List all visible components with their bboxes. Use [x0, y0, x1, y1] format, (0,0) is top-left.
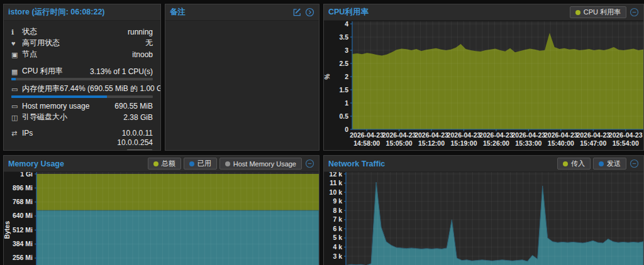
svg-text:2026-04-23: 2026-04-23 [576, 131, 610, 139]
memory-chart-legend: 总额 已用 Host Memory Usage [148, 158, 302, 170]
network-chart-panel: Network Traffic 传入 发送 [323, 155, 644, 265]
legend-label: 传入 [571, 159, 585, 168]
legend-dot [599, 161, 604, 166]
memory-chart-panel: Memory Usage 总额 已用 Host Memo [3, 155, 319, 265]
svg-text:4 k: 4 k [333, 243, 342, 251]
info-icon: ℹ [11, 28, 22, 36]
memory-icon: ▭ [11, 102, 22, 111]
top-row: istore (运行时间: 06:08:22) ℹ 状态 running ♥ 高… [3, 4, 644, 151]
svg-text:2.5: 2.5 [339, 60, 348, 67]
notes-panel-title: 备注 [170, 7, 186, 18]
status-value: running [128, 28, 153, 36]
cpu-usage-bar-fill [11, 78, 16, 80]
bootdisk-label: 引导磁盘大小 [22, 112, 67, 122]
status-row: ℹ 状态 running [11, 26, 153, 37]
host-memory-row: ▭ Host memory usage 690.55 MiB [11, 101, 153, 111]
cpu-usage-label: CPU 利用率 [22, 66, 63, 77]
svg-text:9 k: 9 k [333, 197, 342, 205]
legend-label: 发送 [607, 159, 621, 168]
svg-text:15:33:00: 15:33:00 [515, 139, 541, 147]
node-row: ▣ 节点 itnoob [11, 49, 153, 60]
cpu-chart-panel: CPU利用率 CPU 利用率 43.53 [323, 4, 644, 151]
svg-text:12 k: 12 k [330, 172, 343, 178]
network-chart-body: 12 k11 k10 k9 k8 k7 k6 k5 k4 k3 k [324, 172, 643, 265]
svg-text:640 Mi: 640 Mi [13, 212, 33, 219]
legend-label: Host Memory Usage [233, 160, 296, 168]
ha-row: ♥ 高可用状态 无 [11, 38, 153, 48]
svg-text:2026-04-23: 2026-04-23 [544, 131, 578, 139]
host-memory-label: Host memory usage [22, 102, 89, 111]
svg-text:15:05:00: 15:05:00 [386, 139, 413, 147]
bootdisk-value: 2.38 GiB [123, 113, 153, 122]
svg-text:2026-04-23: 2026-04-23 [414, 131, 448, 139]
svg-text:0: 0 [345, 126, 348, 133]
memory-chart-body: 1 Gi896 Mi768 Mi640 Mi512 Mi384 Mi256 Mi… [4, 172, 319, 265]
legend-label: 总额 [162, 159, 175, 168]
svg-text:256 Mi: 256 Mi [13, 254, 33, 261]
node-label: 节点 [22, 49, 37, 60]
svg-text:0.5: 0.5 [339, 112, 348, 120]
legend-item-total[interactable]: 总额 [148, 158, 181, 170]
svg-text:5 k: 5 k [333, 234, 342, 241]
host-memory-value: 690.55 MiB [114, 102, 153, 111]
svg-text:3.5: 3.5 [339, 33, 348, 41]
svg-text:1 Gi: 1 Gi [20, 172, 33, 178]
ip-list: 10.0.0.11 10.0.0.254 [117, 129, 153, 148]
cpu-chart-header: CPU利用率 CPU 利用率 [324, 4, 643, 21]
svg-text:10 k: 10 k [330, 188, 343, 196]
legend-item-cpu[interactable]: CPU 利用率 [570, 6, 626, 18]
network-icon: ⇄ [11, 129, 22, 138]
memory-usage-bar-fill [11, 95, 107, 98]
svg-text:896 Mi: 896 Mi [13, 184, 33, 192]
legend-dot [225, 161, 230, 166]
notes-panel: 备注 [165, 4, 319, 151]
svg-text:15:26:00: 15:26:00 [483, 139, 509, 147]
svg-text:512 Mi: 512 Mi [13, 226, 33, 234]
legend-dot [575, 10, 580, 15]
svg-text:3: 3 [345, 46, 348, 54]
svg-text:1: 1 [345, 99, 348, 107]
collapse-icon[interactable] [630, 159, 639, 168]
ips-label: IPs [22, 129, 33, 138]
svg-text:1.5: 1.5 [339, 86, 348, 94]
svg-text:15:12:00: 15:12:00 [418, 139, 445, 147]
network-chart-legend: 传入 发送 [557, 158, 626, 170]
collapse-icon[interactable] [305, 159, 314, 168]
more-button[interactable]: 更多 [126, 149, 153, 150]
svg-text:2026-04-23: 2026-04-23 [609, 131, 643, 139]
ha-label: 高可用状态 [22, 38, 60, 48]
memory-chart: 1 Gi896 Mi768 Mi640 Mi512 Mi384 Mi256 Mi… [4, 172, 319, 265]
svg-text:768 Mi: 768 Mi [13, 198, 33, 205]
cpu-chart-title: CPU利用率 [328, 7, 369, 18]
edit-icon[interactable] [292, 8, 302, 17]
notes-panel-body[interactable] [165, 21, 319, 150]
svg-text:8 k: 8 k [333, 207, 342, 214]
cpu-chart-legend: CPU 利用率 [570, 6, 626, 18]
cpu-chart-body: 43.532.521.510.502026-04-2314:58:002026-… [324, 21, 643, 150]
cpu-usage-row: ▦ CPU 利用率 3.13% of 1 CPU(s) [11, 66, 153, 77]
legend-item-used[interactable]: 已用 [184, 158, 217, 170]
network-chart-title: Network Traffic [328, 160, 385, 168]
memory-chart-title: Memory Usage [8, 160, 64, 168]
network-traffic-chart: 12 k11 k10 k9 k8 k7 k6 k5 k4 k3 k [324, 172, 643, 265]
cpu-icon: ▦ [11, 67, 22, 76]
legend-item-host-memory[interactable]: Host Memory Usage [219, 158, 302, 170]
cpu-usage-value: 3.13% of 1 CPU(s) [90, 67, 153, 76]
vm-summary-dashboard: istore (运行时间: 06:08:22) ℹ 状态 running ♥ 高… [0, 0, 644, 265]
ha-value: 无 [145, 38, 153, 48]
bootdisk-row: ◫ 引导磁盘大小 2.38 GiB [11, 112, 153, 122]
svg-text:Bytes: Bytes [4, 221, 11, 239]
legend-label: CPU 利用率 [584, 8, 621, 17]
node-value: itnoob [132, 50, 153, 59]
svg-text:14:58:00: 14:58:00 [353, 139, 380, 147]
bottom-row: Memory Usage 总额 已用 Host Memo [3, 155, 644, 265]
status-panel-body: ℹ 状态 running ♥ 高可用状态 无 ▣ 节点 itnoob ▦ [4, 21, 160, 150]
svg-text:2026-04-23: 2026-04-23 [350, 131, 384, 139]
chevron-circle-icon[interactable] [305, 8, 314, 17]
collapse-icon[interactable] [630, 8, 639, 17]
svg-text:2026-04-23: 2026-04-23 [447, 131, 481, 139]
svg-text:6 k: 6 k [333, 225, 342, 232]
legend-item-out[interactable]: 发送 [593, 158, 626, 170]
legend-item-in[interactable]: 传入 [557, 158, 591, 170]
svg-text:15:19:00: 15:19:00 [450, 139, 477, 147]
